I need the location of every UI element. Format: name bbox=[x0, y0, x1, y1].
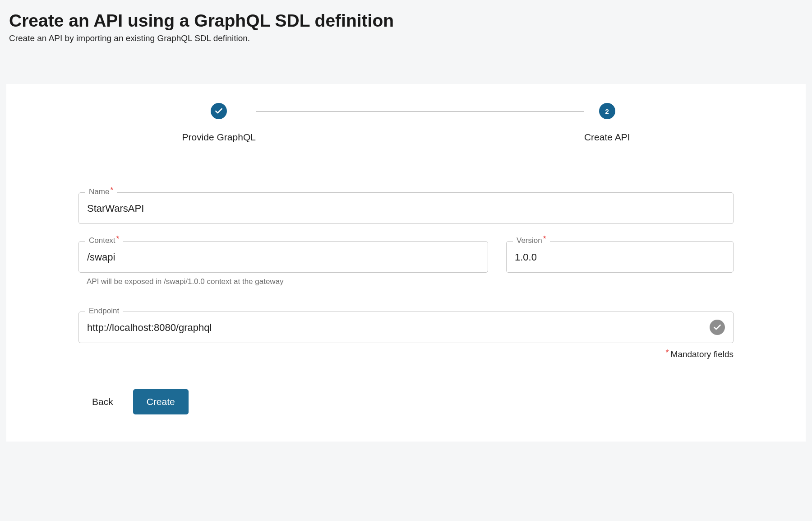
version-input[interactable] bbox=[515, 251, 725, 263]
version-label: Version* bbox=[513, 236, 550, 245]
back-button[interactable]: Back bbox=[92, 396, 113, 407]
step-connector bbox=[256, 111, 584, 112]
endpoint-label: Endpoint bbox=[85, 307, 123, 316]
actions-row: Back Create bbox=[6, 359, 806, 414]
required-star-icon: * bbox=[110, 186, 113, 194]
endpoint-validate-button[interactable] bbox=[710, 320, 725, 335]
page-header: Create an API using a GraphQL SDL defini… bbox=[0, 0, 812, 52]
name-input[interactable] bbox=[87, 203, 725, 214]
page-subtitle: Create an API by importing an existing G… bbox=[9, 33, 803, 43]
page-title: Create an API using a GraphQL SDL defini… bbox=[9, 11, 803, 31]
step-label: Provide GraphQL bbox=[182, 132, 256, 143]
create-button[interactable]: Create bbox=[133, 389, 189, 414]
mandatory-note: *Mandatory fields bbox=[78, 349, 734, 359]
endpoint-field-wrapper: Endpoint bbox=[78, 312, 734, 343]
endpoint-input[interactable] bbox=[87, 322, 725, 334]
form-area: Name* Context* API will be exposed in /s… bbox=[6, 192, 806, 359]
name-label: Name* bbox=[85, 187, 117, 196]
step-number-badge: 2 bbox=[599, 103, 615, 119]
form-card: Provide GraphQL 2 Create API Name* bbox=[6, 84, 806, 442]
step-create-api: 2 Create API bbox=[584, 103, 630, 143]
context-label: Context* bbox=[85, 236, 123, 245]
version-field-wrapper: Version* bbox=[506, 241, 734, 286]
step-provide-graphql: Provide GraphQL bbox=[182, 103, 256, 143]
required-star-icon: * bbox=[666, 348, 669, 357]
step-label: Create API bbox=[584, 132, 630, 143]
context-input[interactable] bbox=[87, 251, 480, 263]
step-completed-icon bbox=[211, 103, 227, 119]
context-field-wrapper: Context* API will be exposed in /swapi/1… bbox=[78, 241, 488, 286]
stepper: Provide GraphQL 2 Create API bbox=[6, 103, 806, 143]
name-field-wrapper: Name* bbox=[78, 192, 734, 224]
required-star-icon: * bbox=[543, 235, 546, 243]
context-helper-text: API will be exposed in /swapi/1.0.0 cont… bbox=[87, 277, 488, 286]
required-star-icon: * bbox=[116, 235, 120, 243]
